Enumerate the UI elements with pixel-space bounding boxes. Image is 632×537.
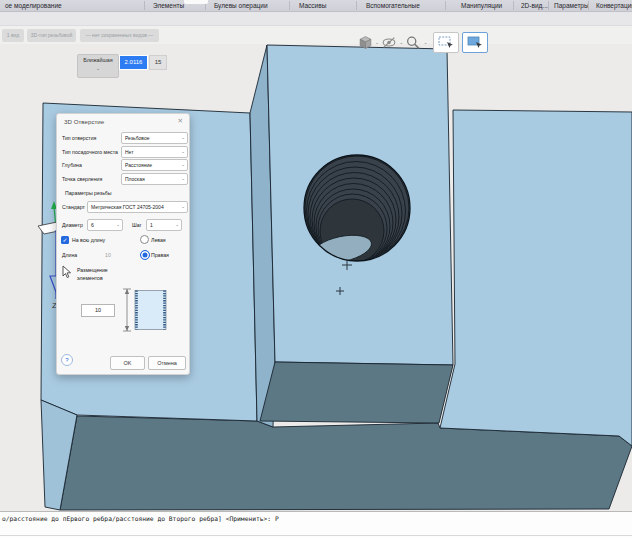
depth-select[interactable]: Расстояние ⌄ xyxy=(121,159,188,171)
ribbon-panel-strip xyxy=(0,12,632,26)
drill-point-value: Плоская xyxy=(125,176,145,182)
crossing-select-icon xyxy=(467,36,483,49)
chevron-down-icon: ⌄ xyxy=(116,220,120,230)
chevron-down-icon: ⌄ xyxy=(78,66,118,71)
tab-parameters[interactable]: Параметры xyxy=(552,0,591,11)
tab-boolean-operations[interactable]: Булевы операции xyxy=(212,0,270,11)
diameter-value: 6 xyxy=(91,222,94,228)
thread-right-radio[interactable] xyxy=(140,250,150,260)
crossing-select-button[interactable] xyxy=(462,32,488,53)
thread-section-label: Параметры резьбы xyxy=(65,190,112,196)
pitch-label: Шаг xyxy=(132,222,142,228)
window-select-button[interactable] xyxy=(433,32,459,53)
chevron-down-icon[interactable]: ⌄ xyxy=(399,39,403,45)
ribbon-collapse-handle[interactable] xyxy=(184,0,208,4)
dynamic-angle-input[interactable]: 15 xyxy=(149,55,167,70)
tab-arrays[interactable]: Массивы xyxy=(297,0,328,11)
pitch-value: 1 xyxy=(150,222,153,228)
length-value: 10 xyxy=(105,252,111,258)
full-length-checkbox[interactable]: ✓ xyxy=(61,236,69,244)
full-length-label: На всю длину xyxy=(72,237,105,243)
3d-hole-dialog: 3D Отверстие ✕ Тип отверстия Резьбовое ⌄… xyxy=(56,113,190,375)
depth-label: Глубина xyxy=(62,162,82,168)
length-label: Длина xyxy=(62,252,77,258)
view-button[interactable]: 1 вид xyxy=(2,29,24,42)
thread-right-label: Правая xyxy=(151,252,169,258)
hole-type-value: Резьбовое xyxy=(125,135,150,141)
window-select-icon xyxy=(438,36,454,49)
standard-select[interactable]: Метрическая ГОСТ 24705-2004 ⌄ xyxy=(87,201,188,213)
drill-point-select[interactable]: Плоская ⌄ xyxy=(121,173,188,185)
hide-objects-icon[interactable] xyxy=(381,35,397,50)
chevron-down-icon[interactable]: ⌄ xyxy=(375,39,379,45)
part-face-right-block[interactable] xyxy=(440,110,632,446)
standard-label: Стандарт xyxy=(62,204,85,210)
pitch-select[interactable]: 1 ⌄ xyxy=(146,219,182,231)
hole-type-select[interactable]: Резьбовое ⌄ xyxy=(121,132,188,144)
zoom-icon[interactable] xyxy=(405,35,421,50)
chevron-down-icon[interactable]: ⌄ xyxy=(423,39,427,45)
chevron-down-icon: ⌄ xyxy=(181,147,185,157)
snap-mode-dropdown[interactable]: Ближайшая ⌄ xyxy=(77,54,119,78)
view-cube-icon[interactable] xyxy=(358,35,373,50)
tab-solid-modeling[interactable]: ое моделирование xyxy=(3,0,64,11)
cad-application-window: Z ое моделирование Элементы Булевы опера… xyxy=(0,0,632,537)
diameter-select[interactable]: 6 ⌄ xyxy=(87,219,123,231)
tab-conversion[interactable]: Конвертация xyxy=(594,0,632,11)
thread-left-radio[interactable] xyxy=(140,235,149,244)
command-prompt-text[interactable]: о/расстояние до пЕрвого ребра/расстояние… xyxy=(2,515,279,522)
ribbon-tab-bar: ое моделирование Элементы Булевы операци… xyxy=(0,0,632,12)
cancel-button[interactable]: Отмена xyxy=(148,356,186,370)
command-line-bar: о/расстояние до пЕрвого ребра/расстояние… xyxy=(0,511,632,537)
seat-type-select[interactable]: Нет ⌄ xyxy=(121,146,188,158)
help-button[interactable]: ? xyxy=(61,354,73,366)
chevron-down-icon: ⌄ xyxy=(181,160,185,170)
tab-auxiliary[interactable]: Вспомогательные xyxy=(364,0,422,11)
tab-2d-view[interactable]: 2D-вид... xyxy=(519,0,550,11)
part-face-step-top[interactable] xyxy=(260,362,453,423)
chevron-down-icon: ⌄ xyxy=(181,174,185,184)
chevron-down-icon: ⌄ xyxy=(181,202,185,212)
tab-manipulations[interactable]: Манипуляции xyxy=(459,0,504,11)
placement-label-line2[interactable]: элементов xyxy=(77,275,103,281)
tab-elements[interactable]: Элементы xyxy=(151,0,186,11)
drill-point-label: Точка сверления xyxy=(62,176,102,182)
ok-button[interactable]: OK xyxy=(110,356,145,370)
thread-left-label: Левая xyxy=(151,237,166,243)
close-icon[interactable]: ✕ xyxy=(178,117,183,125)
diameter-label: Диаметр xyxy=(62,222,83,228)
placement-offset-input[interactable]: 10 xyxy=(81,304,115,317)
standard-value: Метрическая ГОСТ 24705-2004 xyxy=(91,204,164,210)
saved-views-button[interactable]: — нет сохраненных видов — xyxy=(80,29,159,42)
depth-value-text: Расстояние xyxy=(125,162,152,168)
placement-cursor-icon[interactable] xyxy=(61,265,72,279)
placement-label-line1[interactable]: Размещение xyxy=(77,267,108,273)
dialog-title: 3D Отверстие xyxy=(64,118,104,125)
hole-type-label: Тип отверстия xyxy=(62,135,96,141)
seat-type-value: Нет xyxy=(125,149,134,155)
hole-section-preview xyxy=(119,284,177,338)
model-tab-button[interactable]: 3D-тип резьбовой xyxy=(27,29,76,42)
seat-type-label: Тип посадочного места xyxy=(62,149,118,155)
chevron-down-icon: ⌄ xyxy=(175,220,179,230)
dynamic-distance-input[interactable]: 2.0116 xyxy=(119,55,148,70)
view-toolbar: ⌄ ⌄ ⌄ xyxy=(358,32,488,52)
chevron-down-icon: ⌄ xyxy=(181,133,185,143)
